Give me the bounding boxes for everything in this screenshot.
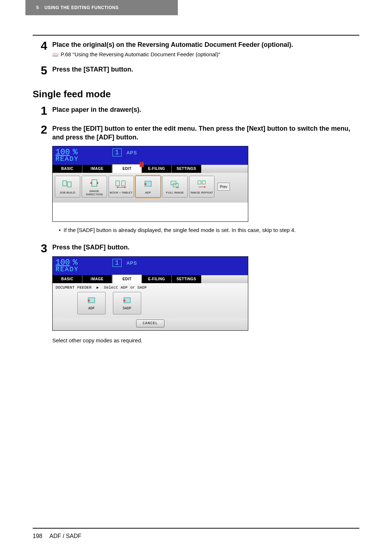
panel-subarea: DOCUMENT FEEDER ▶ Select ADF or SADF ADF — [53, 283, 248, 318]
instruction-step-5: 5 Press the [START] button. — [33, 65, 359, 76]
tool-label: IMAGE REPEAT — [191, 191, 213, 194]
step-title: Press the [EDIT] button to enter the edi… — [52, 125, 359, 142]
sadf-option-button[interactable]: SADF — [113, 292, 141, 314]
breadcrumb-row: DOCUMENT FEEDER ▶ Select ADF or SADF — [56, 285, 245, 290]
breadcrumb-label: DOCUMENT FEEDER — [56, 285, 91, 290]
adf-icon — [85, 296, 98, 306]
instruction-step-4: 4 Place the original(s) on the Reversing… — [33, 40, 359, 57]
tool-label: JOB BUILD — [60, 191, 75, 194]
cancel-button[interactable]: CANCEL — [136, 319, 164, 327]
tab-edit[interactable]: EDIT — [112, 164, 142, 173]
tab-basic[interactable]: BASIC — [53, 165, 82, 173]
step-number: 1 — [33, 105, 52, 117]
image-repeat-button[interactable]: IMAGE REPEAT — [189, 176, 215, 197]
tab-image[interactable]: IMAGE — [82, 165, 112, 173]
page-content: 4 Place the original(s) on the Reversing… — [33, 40, 359, 351]
tool-label: ADF — [145, 191, 151, 194]
step-number: 3 — [33, 243, 52, 343]
option-label: SADF — [123, 306, 131, 310]
quantity-value: 1 — [115, 149, 119, 156]
tab-efiling[interactable]: E-FILING — [142, 165, 172, 173]
sadf-icon — [121, 296, 133, 306]
instruction-step-3: 3 Press the [SADF] button. 100 % 1 APS R… — [33, 243, 359, 343]
tool-label: BOOK↔TABLET — [110, 191, 133, 194]
footer-section: ADF / SADF — [49, 533, 81, 539]
book-tablet-button[interactable]: BOOK↔TABLET — [109, 176, 134, 197]
image-direction-icon — [88, 178, 101, 188]
svg-rect-3 — [68, 182, 71, 187]
svg-rect-5 — [116, 181, 119, 186]
svg-rect-11 — [202, 181, 205, 184]
touchscreen-panel-edit: 100 % 1 APS READY BASIC IMAGE EDIT E-FIL… — [52, 146, 248, 222]
breadcrumb-action: Select ADF or SADF — [104, 285, 147, 290]
tab-settings[interactable]: SETTINGS — [172, 275, 201, 283]
quantity-value: 1 — [115, 259, 119, 266]
page-footer: 198 ADF / SADF — [33, 533, 81, 539]
prev-button[interactable]: Prev — [217, 183, 230, 191]
triangle-icon: ▶ — [97, 285, 99, 290]
full-image-icon — [169, 179, 181, 190]
step-title: Press the [START] button. — [52, 65, 359, 74]
image-repeat-icon — [196, 179, 208, 190]
book-tablet-icon — [115, 179, 127, 190]
svg-rect-10 — [198, 181, 201, 184]
note-text: If the [SADF] button is already displaye… — [64, 227, 296, 233]
horizontal-rule-bottom — [33, 528, 359, 529]
adf-icon — [142, 179, 154, 190]
paper-mode-label: APS — [127, 260, 137, 266]
option-label: ADF — [88, 306, 95, 310]
job-build-icon — [61, 179, 74, 190]
step-title: Place the original(s) on the Reversing A… — [52, 41, 359, 49]
chapter-number: 5 — [36, 5, 39, 10]
panel-status-bar: 100 % 1 APS READY — [53, 146, 248, 165]
cancel-row: CANCEL — [53, 318, 248, 330]
instruction-step-1: 1 Place paper in the drawer(s). — [33, 105, 359, 117]
bullet-icon: • — [59, 227, 61, 233]
panel-blank-area — [53, 203, 248, 221]
panel-toolbar: JOB BUILD IMAGE DIRECTION BOOK↔TABLET — [53, 173, 248, 203]
paper-mode-label: APS — [127, 150, 137, 155]
tab-efiling[interactable]: E-FILING — [142, 275, 172, 283]
adf-option-button[interactable]: ADF — [77, 292, 106, 314]
page-reference: 📖 P.68 "Using the Reversing Automatic Do… — [52, 51, 359, 57]
tab-settings[interactable]: SETTINGS — [172, 165, 201, 173]
job-build-button[interactable]: JOB BUILD — [55, 176, 80, 197]
chapter-header: 5 USING THE EDITING FUNCTIONS — [25, 0, 178, 15]
image-direction-button[interactable]: IMAGE DIRECTION — [82, 176, 107, 197]
step-number: 4 — [33, 40, 52, 57]
svg-rect-4 — [92, 180, 97, 186]
full-image-button[interactable]: FULL IMAGE — [162, 176, 188, 197]
step-number: 5 — [33, 65, 52, 76]
tool-label: FULL IMAGE — [166, 191, 184, 194]
tab-edit[interactable]: EDIT — [112, 274, 142, 283]
step-number: 2 — [33, 124, 52, 235]
ready-status: READY — [56, 266, 245, 273]
section-heading: Single feed mode — [33, 89, 359, 100]
tool-label: IMAGE DIRECTION — [82, 190, 107, 196]
chapter-title: USING THE EDITING FUNCTIONS — [45, 5, 119, 10]
ready-status: READY — [56, 155, 245, 163]
panel-status-bar: 100 % 1 APS READY — [53, 257, 248, 275]
instruction-step-2: 2 Press the [EDIT] button to enter the e… — [33, 124, 359, 235]
svg-rect-2 — [63, 181, 66, 186]
adf-button[interactable]: ADF — [135, 176, 161, 197]
panel-tabs: BASIC IMAGE EDIT E-FILING SETTINGS — [53, 275, 248, 283]
step-note: • If the [SADF] button is already displa… — [59, 227, 359, 233]
touchscreen-panel-sadf: 100 % 1 APS READY BASIC IMAGE EDIT E-FIL… — [52, 256, 248, 331]
page-number: 198 — [33, 533, 42, 539]
svg-rect-6 — [122, 181, 125, 186]
tab-efiling-label: E-FILING — [148, 167, 165, 171]
tab-basic[interactable]: BASIC — [53, 275, 82, 283]
quantity-box: 1 — [113, 148, 122, 156]
step-title: Press the [SADF] button. — [52, 243, 359, 252]
step-title: Place paper in the drawer(s). — [52, 106, 359, 114]
tab-image[interactable]: IMAGE — [82, 275, 112, 283]
reference-text: P.68 "Using the Reversing Automatic Docu… — [61, 51, 220, 57]
svg-rect-8 — [171, 181, 176, 185]
post-note: Select other copy modes as required. — [52, 337, 359, 343]
svg-rect-9 — [173, 183, 178, 187]
panel-tabs: BASIC IMAGE EDIT E-FILING SETTINGS — [53, 165, 248, 173]
horizontal-rule-top — [33, 35, 359, 36]
quantity-box: 1 — [113, 259, 122, 267]
book-icon: 📖 — [52, 52, 58, 57]
